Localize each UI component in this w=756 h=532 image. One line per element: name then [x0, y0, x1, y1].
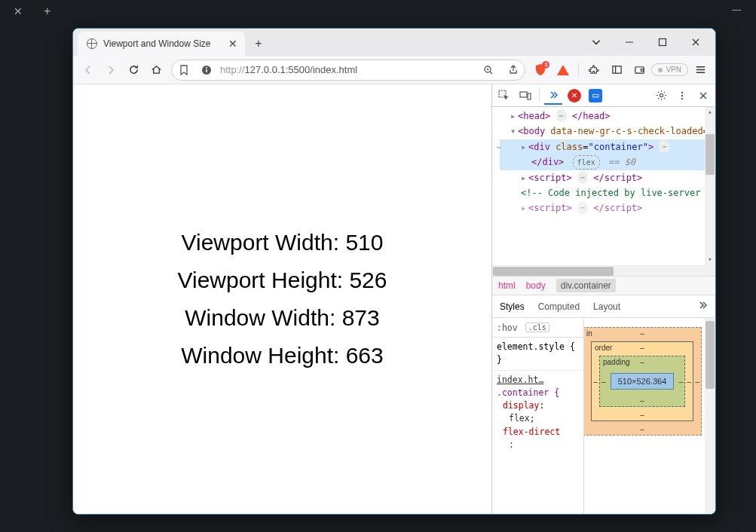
devtools-tab-more[interactable]: [544, 87, 562, 105]
tab-bar: Viewport and Window Size ✕ +: [73, 29, 715, 56]
sidebar-icon[interactable]: [606, 60, 627, 81]
tab-active[interactable]: Viewport and Window Size ✕: [78, 32, 245, 56]
url-text: http://127.0.0.1:5500/index.html: [220, 64, 473, 75]
svg-rect-3: [206, 69, 207, 72]
svg-rect-18: [528, 93, 531, 99]
boxmodel-scrollbar[interactable]: [705, 318, 715, 514]
svg-point-22: [681, 97, 683, 99]
box-model-content-size: 510×526.364: [611, 373, 674, 390]
brave-rewards-icon[interactable]: [552, 60, 574, 81]
styles-tabs-more-icon[interactable]: [697, 300, 708, 313]
viewport-height-text: Viewport Height: 526: [178, 268, 387, 293]
url-bar[interactable]: http://127.0.0.1:5500/index.html: [171, 60, 525, 81]
svg-point-19: [660, 93, 663, 96]
hov-toggle[interactable]: :hov: [497, 323, 518, 333]
source-link[interactable]: index.ht…: [497, 374, 579, 387]
svg-rect-1: [660, 39, 666, 46]
separator: [578, 63, 579, 78]
tab-title: Viewport and Window Size: [103, 38, 221, 49]
tab-close-icon[interactable]: ✕: [227, 38, 239, 50]
devtools-panel: ✕ ▭ ▸<head> ⋯ </head> ▾<body data-new-gr…: [491, 84, 715, 514]
bookmark-icon[interactable]: [175, 65, 193, 75]
tab-search-chevron[interactable]: [580, 30, 613, 54]
window-maximize[interactable]: [646, 30, 679, 54]
browser-window: Viewport and Window Size ✕ + http://127.…: [72, 28, 716, 515]
devtools-close-icon[interactable]: [694, 87, 712, 105]
forward-button[interactable]: [100, 60, 121, 81]
shield-button[interactable]: 1: [530, 60, 551, 81]
svg-rect-17: [520, 92, 527, 97]
device-toolbar-icon[interactable]: [516, 87, 534, 105]
outer-window-minimize[interactable]: —: [732, 5, 741, 15]
tab-computed[interactable]: Computed: [538, 301, 580, 312]
dom-vertical-scrollbar[interactable]: ▴ ▾: [705, 107, 715, 265]
box-model-pane[interactable]: in – – – order – – – – paddi: [584, 318, 715, 514]
globe-icon: [87, 38, 97, 49]
svg-rect-9: [613, 66, 621, 73]
breadcrumb-html[interactable]: html: [498, 280, 516, 291]
window-width-text: Window Width: 873: [178, 305, 387, 331]
page-content: Viewport Width: 510 Viewport Height: 526…: [73, 84, 491, 514]
vpn-button[interactable]: VPN: [651, 63, 688, 76]
console-messages-badge[interactable]: ▭: [586, 87, 604, 105]
cls-toggle[interactable]: .cls: [525, 323, 549, 332]
toolbar: http://127.0.0.1:5500/index.html 1 VPN: [73, 56, 715, 84]
svg-rect-11: [635, 67, 644, 73]
window-height-text: Window Height: 663: [178, 343, 387, 368]
window-close[interactable]: [679, 30, 712, 54]
devtools-more-icon[interactable]: [673, 87, 691, 105]
svg-point-21: [681, 94, 683, 96]
flex-badge[interactable]: flex: [573, 155, 600, 170]
extensions-icon[interactable]: [583, 60, 604, 81]
tab-layout[interactable]: Layout: [593, 301, 620, 312]
devtools-settings-icon[interactable]: [652, 87, 670, 105]
styles-tabs: Styles Computed Layout: [492, 295, 715, 318]
svg-point-20: [681, 91, 683, 93]
devtools-toolbar: ✕ ▭: [492, 84, 715, 107]
reload-button[interactable]: [123, 60, 144, 81]
outer-tab-close[interactable]: ✕: [6, 5, 30, 17]
window-minimize[interactable]: [613, 30, 646, 54]
new-tab-button[interactable]: +: [248, 33, 269, 54]
viewport-width-text: Viewport Width: 510: [178, 230, 387, 255]
styles-pane[interactable]: :hov .cls element.style { } index.ht… .c…: [492, 318, 584, 514]
inspect-element-icon[interactable]: [495, 87, 513, 105]
shield-count: 1: [542, 61, 549, 69]
tab-styles[interactable]: Styles: [500, 301, 525, 312]
site-info-icon[interactable]: [199, 65, 214, 75]
home-button[interactable]: [145, 60, 167, 81]
console-errors-badge[interactable]: ✕: [565, 87, 583, 105]
menu-button[interactable]: [690, 60, 711, 81]
dom-breadcrumb[interactable]: html body div.container: [492, 276, 715, 295]
elements-dom-tree[interactable]: ▸<head> ⋯ </head> ▾<body data-new-gr-c-s…: [492, 107, 715, 265]
zoom-icon[interactable]: [479, 65, 497, 75]
wallet-icon[interactable]: [629, 60, 650, 81]
dom-horizontal-scrollbar[interactable]: [492, 265, 715, 276]
outer-new-tab[interactable]: +: [36, 5, 58, 18]
svg-point-4: [206, 67, 207, 69]
dom-row-actions-icon[interactable]: ⋯: [497, 141, 501, 154]
back-button[interactable]: [78, 60, 99, 81]
breadcrumb-selected[interactable]: div.container: [556, 279, 616, 292]
share-icon[interactable]: [503, 65, 522, 75]
breadcrumb-body[interactable]: body: [526, 280, 546, 291]
svg-line-6: [490, 72, 492, 74]
